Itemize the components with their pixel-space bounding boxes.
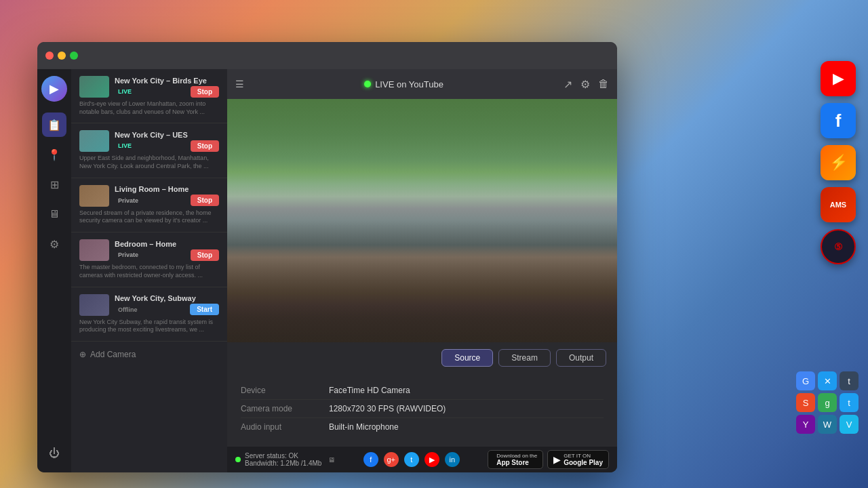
video-preview <box>227 99 617 342</box>
sidebar-item-location[interactable]: 📍 <box>42 142 66 167</box>
scope5-app-icon[interactable]: ⑤ <box>821 229 856 264</box>
camera-mode-value: 868x488 30 FPS (RAWVIDEO) <box>329 404 446 413</box>
twitter-social-icon[interactable]: t <box>404 452 419 467</box>
maximize-button[interactable] <box>70 52 78 60</box>
sidebar-item-grid[interactable]: ⊞ <box>42 172 66 197</box>
stream-button[interactable]: Stream <box>498 349 551 367</box>
top-bar: ☰ LIVE on YouTube ↗ ⚙ 🗑 <box>227 69 617 99</box>
close-button[interactable] <box>45 52 54 60</box>
device-value: FaceTime HD Camera <box>329 386 410 395</box>
camera-item[interactable]: New York City – Birds Eye LIVE Stop Bird… <box>71 69 227 123</box>
mini-app-wordpress[interactable]: W <box>818 415 837 434</box>
camera-name: New York City – Birds Eye <box>115 77 219 85</box>
sidebar-item-streams[interactable]: 📋 <box>42 113 66 137</box>
googleplay-icon: ▶ <box>553 454 561 465</box>
mini-app-g2[interactable]: g <box>818 393 837 412</box>
minimize-button[interactable] <box>58 52 66 60</box>
camera-info: Bedroom – Home Private Stop <box>115 240 219 261</box>
video-street-overlay <box>227 99 617 342</box>
share-icon[interactable]: ↗ <box>564 78 572 91</box>
sidebar-item-monitor[interactable]: 🖥 <box>42 202 66 226</box>
app-window: ▶ 📋 📍 ⊞ 🖥 ⚙ ⏻ New York City – Birds Eye … <box>37 42 617 472</box>
store-badges: Download on the App Store ▶ GET IT ON Go… <box>488 450 609 469</box>
device-row: Device FaceTime HD Camera <box>241 382 604 400</box>
mini-app-vimeo[interactable]: V <box>840 415 859 434</box>
sidebar-item-power[interactable]: ⏻ <box>42 441 66 466</box>
add-camera-button[interactable]: ⊕ Add Camera <box>71 342 227 367</box>
mini-app-yahoo[interactable]: Y <box>796 415 815 434</box>
camera-thumbnail <box>79 294 109 316</box>
camera-name: Bedroom – Home <box>115 240 219 248</box>
monitor-icon: 🖥 <box>328 456 335 464</box>
mini-app-stumble[interactable]: S <box>796 393 815 412</box>
delete-icon[interactable]: 🗑 <box>598 78 609 90</box>
status-badge: LIVE <box>115 87 135 96</box>
googleplay-badge[interactable]: ▶ GET IT ON Google Play <box>547 450 609 469</box>
googleplay-label: Google Play <box>564 459 603 466</box>
youtube-app-icon[interactable]: ▶ <box>821 61 856 96</box>
camera-list: New York City – Birds Eye LIVE Stop Bird… <box>71 69 227 472</box>
icon-rail: ▶ 📋 📍 ⊞ 🖥 ⚙ ⏻ <box>37 69 71 472</box>
mini-app-twitter[interactable]: t <box>840 393 859 412</box>
device-label: Device <box>241 386 329 395</box>
menu-icon[interactable]: ☰ <box>235 79 244 89</box>
stop-button[interactable]: Stop <box>191 249 219 261</box>
camera-item[interactable]: Living Room – Home Private Stop Secured … <box>71 178 227 232</box>
appstore-label: App Store <box>496 459 537 466</box>
appstore-badge[interactable]: Download on the App Store <box>488 450 543 469</box>
mini-app-x[interactable]: ✕ <box>818 371 837 390</box>
sidebar-item-settings[interactable]: ⚙ <box>42 232 66 256</box>
start-button[interactable]: Start <box>190 304 219 315</box>
audio-input-value: Built-in Microphone <box>329 422 399 432</box>
youtube-social-icon[interactable]: ▶ <box>425 452 439 467</box>
stop-button[interactable]: Stop <box>191 195 219 206</box>
titlebar <box>37 42 617 69</box>
camera-item[interactable]: New York City, Subway Offline Start New … <box>71 287 227 342</box>
facebook-app-icon[interactable]: f <box>821 103 856 138</box>
top-actions: ↗ ⚙ 🗑 <box>564 78 609 91</box>
stop-button[interactable]: Stop <box>191 140 219 152</box>
stop-button[interactable]: Stop <box>191 86 219 98</box>
bottom-right-apps: G ✕ t S g t Y W V <box>796 371 859 434</box>
camera-description: New York City Subway, the rapid transit … <box>79 319 219 334</box>
settings-icon[interactable]: ⚙ <box>580 78 590 91</box>
appstore-sub-label: Download on the <box>496 453 537 459</box>
camera-info: New York City, Subway Offline Start <box>115 294 219 315</box>
bandwidth-label: Bandwidth: 1.2Mb /1.4Mb <box>245 460 321 467</box>
info-panel: Device FaceTime HD Camera Camera mode 12… <box>227 373 617 447</box>
camera-mode-row: Camera mode 868x488 30 FPS (RAWVIDEO) <box>241 400 604 418</box>
audio-input-row: Audio input Built-in Microphone <box>241 418 604 436</box>
camera-name: New York City – UES <box>115 131 219 139</box>
controls-bar: Source Stream Output <box>227 342 617 373</box>
facebook-social-icon[interactable]: f <box>363 452 378 467</box>
status-badge: Private <box>115 197 142 205</box>
bottom-bar: Server status: OK Bandwidth: 1.2Mb /1.4M… <box>227 447 617 472</box>
status-badge: Private <box>115 251 142 259</box>
camera-thumbnail <box>79 239 109 261</box>
camera-info: New York City – UES LIVE Stop <box>115 131 219 152</box>
googleplus-social-icon[interactable]: g+ <box>384 452 399 467</box>
traffic-lights <box>45 52 78 60</box>
camera-item[interactable]: Bedroom – Home Private Stop The master b… <box>71 232 227 287</box>
googleplay-sub-label: GET IT ON <box>564 453 603 459</box>
mini-app-tumblr[interactable]: t <box>840 371 859 390</box>
camera-description: Upper East Side and neighborhood, Manhat… <box>79 155 219 170</box>
camera-thumbnail <box>79 130 109 152</box>
linkedin-social-icon[interactable]: in <box>445 452 460 467</box>
source-button[interactable]: Source <box>441 349 493 367</box>
app-logo[interactable]: ▶ <box>41 76 67 102</box>
flash-app-icon[interactable]: ⚡ <box>821 145 856 180</box>
status-badge: Offline <box>115 306 141 314</box>
ams-app-icon[interactable]: AMS <box>821 187 856 222</box>
camera-name: New York City, Subway <box>115 294 219 302</box>
camera-thumbnail <box>79 76 109 98</box>
app-body: ▶ 📋 📍 ⊞ 🖥 ⚙ ⏻ New York City – Birds Eye … <box>37 69 617 472</box>
plus-icon: ⊕ <box>79 350 86 359</box>
camera-item[interactable]: New York City – UES LIVE Stop Upper East… <box>71 123 227 178</box>
live-label: LIVE on YouTube <box>375 79 443 89</box>
mini-app-google[interactable]: G <box>796 371 815 390</box>
audio-input-label: Audio input <box>241 422 329 432</box>
main-content: ☰ LIVE on YouTube ↗ ⚙ 🗑 Source Str <box>227 69 617 472</box>
output-button[interactable]: Output <box>556 349 606 367</box>
camera-description: Bird's-eye view of Lower Manhattan, zoom… <box>79 100 219 116</box>
